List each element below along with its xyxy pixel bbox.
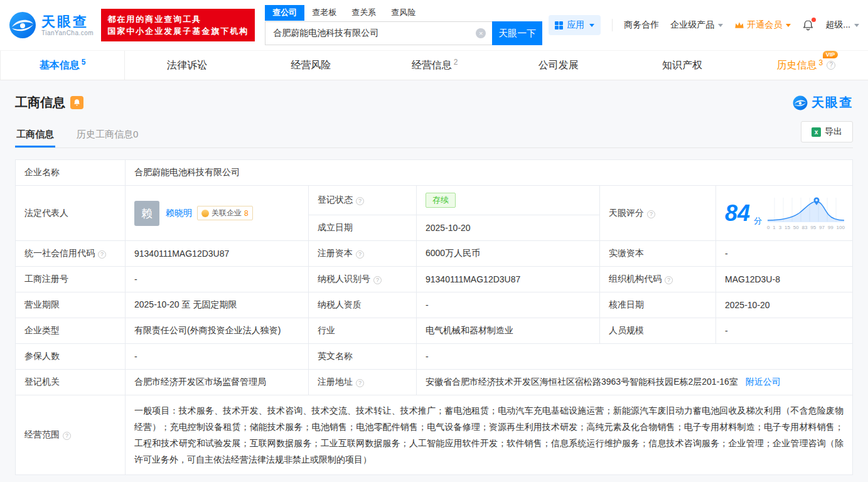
menu-open-membership[interactable]: 开通会员 <box>734 19 791 31</box>
search-tab-company[interactable]: 查公司 <box>265 5 304 21</box>
chevron-down-icon <box>589 24 594 27</box>
search-button[interactable]: 天眼一下 <box>492 21 542 45</box>
brand-text: 天眼查 <box>812 94 853 111</box>
credit-code-value: 91340111MAG12D3U87 <box>126 241 309 267</box>
reg-status-label: 登记状态? <box>309 186 417 215</box>
paid-capital-label: 实缴资本 <box>600 241 716 267</box>
table-row: 法定代表人 赖 赖晓明 关联企业 8 登记状态? 存续 天眼 <box>16 186 853 215</box>
excel-icon: x <box>812 127 821 137</box>
tab-operational-risk[interactable]: 经营风险 <box>249 51 373 80</box>
nearby-companies-link[interactable]: 附近公司 <box>746 377 781 387</box>
menu-super-vip[interactable]: 超级... <box>825 19 859 31</box>
related-companies-count: 8 <box>244 209 249 218</box>
tab-count-badge: 2 <box>454 58 458 67</box>
org-code-value: MAG12D3U-8 <box>716 267 853 292</box>
help-icon[interactable]: ? <box>665 276 673 284</box>
org-code-label: 组织机构代码? <box>600 267 716 292</box>
menu-business-cooperation[interactable]: 商务合作 <box>624 19 659 31</box>
search-tabs: 查公司 查老板 查关系 查风险 <box>265 5 542 21</box>
crown-icon <box>734 21 744 29</box>
search-tab-relation[interactable]: 查关系 <box>344 5 383 21</box>
insured-label: 参保人数 <box>16 344 126 370</box>
apps-grid-icon <box>555 21 563 29</box>
subtab-history-registration[interactable]: 历史工商信息0 <box>75 122 139 147</box>
tab-basic-info[interactable]: 基本信息 5 <box>0 51 125 80</box>
related-company-icon <box>201 210 209 217</box>
search-row: × 天眼一下 <box>265 21 542 45</box>
logo-cn: 天眼查 <box>41 14 94 29</box>
help-icon[interactable]: ? <box>647 210 655 218</box>
help-icon[interactable]: ? <box>356 379 364 387</box>
reg-capital-label: 注册资本? <box>309 241 417 267</box>
logo-en: TianYanCha.com <box>41 29 94 36</box>
table-row: 登记机关 合肥市经济开发区市场监督管理局 注册地址? 安徽省合肥市经济技术开发区… <box>16 370 853 395</box>
paid-capital-value: - <box>716 241 853 267</box>
menu-apps[interactable]: 应用 <box>549 15 601 35</box>
subtab-business-registration[interactable]: 工商信息 <box>15 122 55 147</box>
reg-no-label: 工商注册号 <box>16 267 126 292</box>
related-companies-label: 关联企业 <box>212 208 242 218</box>
score-curve <box>766 196 846 223</box>
industry-label: 行业 <box>309 318 417 344</box>
tab-legal-proceedings[interactable]: 法律诉讼 <box>125 51 249 80</box>
tianyancha-logo-icon <box>793 95 808 110</box>
menu-enterprise-products[interactable]: 企业级产品 <box>670 19 723 31</box>
help-icon[interactable]: ? <box>827 61 835 70</box>
vip-badge: VIP <box>823 51 839 58</box>
address-cell: 安徽省合肥市经济技术开发区海恒社区宿松路3963号智能科技园E栋2层201-16… <box>417 370 853 395</box>
approve-date-label: 核准日期 <box>600 292 716 318</box>
legal-rep-avatar[interactable]: 赖 <box>134 201 159 226</box>
tab-count-badge: 3 <box>818 58 823 67</box>
table-row: 统一社会信用代码? 91340111MAG12D3U87 注册资本? 6000万… <box>16 241 853 267</box>
promo-banner: 都在用的商业查询工具 国家中小企业发展子基金旗下机构 <box>101 9 255 41</box>
export-button[interactable]: x 导出 <box>801 121 853 142</box>
staff-size-label: 人员规模 <box>600 318 716 344</box>
table-row: 经营范围? 一般项目：技术服务、技术开发、技术咨询、技术交流、技术转让、技术推广… <box>16 395 853 475</box>
table-row: 工商注册号 - 纳税人识别号? 91340111MAG12D3U87 组织机构代… <box>16 267 853 292</box>
help-icon[interactable]: ? <box>63 432 71 440</box>
company-name-value: 合肥蔚能电池科技有限公司 <box>126 160 853 186</box>
help-icon[interactable]: ? <box>98 250 106 259</box>
export-label: 导出 <box>825 126 842 137</box>
related-companies-chip[interactable]: 关联企业 8 <box>197 206 253 220</box>
chevron-down-icon <box>718 24 723 27</box>
chevron-down-icon <box>854 24 859 27</box>
business-term-value: 2025-10-20 至 无固定期限 <box>126 292 309 318</box>
credit-code-label: 统一社会信用代码? <box>16 241 126 267</box>
legal-rep-cell: 赖 赖晓明 关联企业 8 <box>126 186 309 241</box>
reg-capital-value: 6000万人民币 <box>417 241 600 267</box>
top-header: 天眼查 TianYanCha.com 都在用的商业查询工具 国家中小企业发展子基… <box>0 0 868 50</box>
insured-value: - <box>126 344 309 370</box>
tab-company-development[interactable]: 公司发展 <box>496 51 620 80</box>
menu-super-label: 超级... <box>825 19 850 31</box>
menu-enterprise-label: 企业级产品 <box>670 19 714 31</box>
tab-count-badge: 5 <box>82 58 86 67</box>
search-tab-boss[interactable]: 查老板 <box>304 5 344 21</box>
tab-basic-info-label: 基本信息 <box>40 59 80 72</box>
help-icon[interactable]: ? <box>356 197 364 205</box>
score-value: 84 <box>725 202 750 225</box>
taxpayer-quali-label: 纳税人资质 <box>309 292 417 318</box>
main-content: 工商信息 天眼查 工商信息 历史工商信息0 x 导出 <box>0 80 868 482</box>
help-icon[interactable]: ? <box>373 276 382 284</box>
legal-rep-name-link[interactable]: 赖晓明 <box>166 208 192 219</box>
notifications-bell[interactable] <box>802 19 814 31</box>
section-header: 工商信息 天眼查 <box>15 94 853 111</box>
est-date-value: 2025-10-20 <box>417 215 600 241</box>
search-tab-risk[interactable]: 查风险 <box>383 5 423 21</box>
page-title: 工商信息 <box>15 94 65 111</box>
tab-history-info[interactable]: 历史信息3 VIP ? <box>744 51 868 80</box>
taxpayer-quali-value: - <box>417 292 600 318</box>
tianyancha-brand-mark: 天眼查 <box>793 94 853 111</box>
tianyancha-logo-icon <box>9 11 36 39</box>
help-icon[interactable]: ? <box>356 250 364 259</box>
tab-business-info[interactable]: 经营信息 2 <box>373 51 496 80</box>
reg-authority-label: 登记机关 <box>16 370 126 395</box>
subscribe-bell-icon[interactable] <box>70 96 83 109</box>
est-date-label: 成立日期 <box>309 215 417 241</box>
reg-status-value: 存续 <box>417 186 600 215</box>
search-input[interactable] <box>265 21 492 45</box>
tianyancha-logo[interactable]: 天眼查 TianYanCha.com <box>9 11 94 39</box>
tab-intellectual-property[interactable]: 知识产权 <box>620 51 744 80</box>
menu-vip-label: 开通会员 <box>747 19 782 31</box>
